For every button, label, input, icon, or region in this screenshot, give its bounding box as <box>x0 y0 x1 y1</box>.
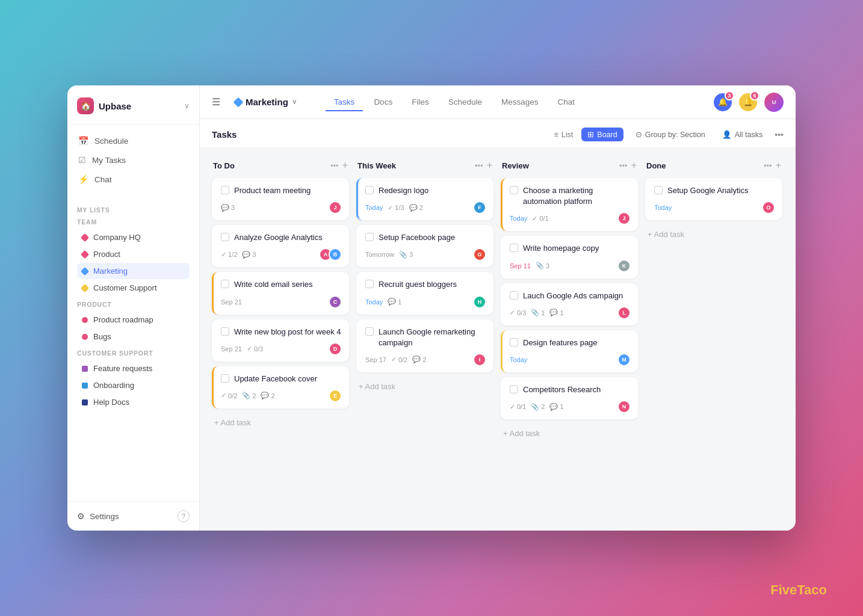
tab-chat[interactable]: Chat <box>549 94 583 111</box>
sidebar-item-company-hq[interactable]: Company HQ <box>77 229 190 245</box>
task-card-tw1[interactable]: Redesign logo Today ✓ 1/3 💬 2 F <box>356 178 493 220</box>
column-todo: To Do ••• + Product team meeting 💬 3 J A… <box>212 158 349 521</box>
hamburger-menu[interactable]: ☰ <box>212 96 220 108</box>
task-checkbox-d1[interactable] <box>654 186 663 194</box>
task-card-tw2[interactable]: Setup Facebook page Tomorrow 📎 3 G <box>356 225 493 267</box>
task-checkbox-t1[interactable] <box>221 186 229 194</box>
task-checkbox-r4[interactable] <box>510 338 518 346</box>
task-date-r2: Sep 11 <box>510 262 531 270</box>
task-footer-tw4: Sep 17 ✓ 0/2 💬 2 I <box>365 353 486 366</box>
all-tasks-button[interactable]: 👤 All tasks <box>717 128 768 141</box>
feature-requests-icon <box>82 366 88 372</box>
sidebar-item-feature-requests[interactable]: Feature requests <box>77 360 190 377</box>
sidebar-item-product-roadmap[interactable]: Product roadmap <box>77 312 190 328</box>
task-checkbox-r3[interactable] <box>510 291 518 300</box>
list-view-button[interactable]: ≡ List <box>548 128 580 141</box>
sidebar-logo[interactable]: 🏠 Upbase <box>77 97 131 114</box>
task-meta-group-t5: ✓ 0/2 📎 2 💬 2 <box>221 392 275 399</box>
task-checkbox-r2[interactable] <box>510 244 518 252</box>
task-checkbox-t5[interactable] <box>221 374 229 383</box>
column-more-this-week[interactable]: ••• <box>475 161 483 170</box>
task-avatar-t1-0: J <box>329 201 342 214</box>
task-checkbox-r5[interactable] <box>510 385 518 393</box>
column-add-todo[interactable]: + <box>342 160 348 171</box>
task-card-r5[interactable]: Competitors Research ✓ 0/1 📎 2 💬 1 N <box>501 377 638 419</box>
task-footer-t3: Sep 21 C <box>221 295 342 309</box>
task-checkbox-r1[interactable] <box>510 186 518 194</box>
task-checkbox-tw2[interactable] <box>365 233 374 241</box>
sidebar-collapse-button[interactable]: ∨ <box>184 102 190 110</box>
sidebar-item-bugs[interactable]: Bugs <box>77 328 190 345</box>
logo-icon: 🏠 <box>77 97 94 114</box>
more-options-button[interactable]: ••• <box>775 130 784 140</box>
board-view-button[interactable]: ⊞ Board <box>581 128 623 141</box>
nav-item-my-tasks[interactable]: ☑ My Tasks <box>72 151 194 169</box>
task-card-r3[interactable]: Lauch Google Ads campaign ✓ 0/3 📎 1 💬 1 … <box>501 283 638 325</box>
notification-bell-1[interactable]: 🔔 3 <box>714 93 732 111</box>
column-add-review[interactable]: + <box>631 160 637 171</box>
task-card-r2[interactable]: Write homepage copy Sep 11 📎 3 K <box>501 236 638 278</box>
tab-files[interactable]: Files <box>403 94 438 111</box>
task-header-r1: Choose a marketing automation platform <box>510 185 631 207</box>
column-more-done[interactable]: ••• <box>764 161 772 170</box>
product-section-label: PRODUCT <box>77 301 190 308</box>
task-card-r1[interactable]: Choose a marketing automation platform T… <box>501 178 638 231</box>
group-by-button[interactable]: ⊙ Group by: Section <box>631 128 710 141</box>
task-card-t2[interactable]: Analyze Google Analytics ✓ 1/2 💬 3 A B <box>212 225 349 267</box>
task-checkbox-t4[interactable] <box>221 327 229 336</box>
task-card-tw3[interactable]: Recruit guest bloggers Today 💬 1 H <box>356 272 493 314</box>
task-card-r4[interactable]: Design features page Today M <box>501 330 638 372</box>
notification-bell-2[interactable]: 🔔 6 <box>739 93 757 111</box>
sidebar-item-customer-support[interactable]: Customer Support <box>77 280 190 296</box>
meta-icon-t5-1: 📎 <box>242 392 250 399</box>
tab-tasks[interactable]: Tasks <box>326 94 363 111</box>
task-header-r5: Competitors Research <box>510 384 631 395</box>
product-icon <box>81 250 89 258</box>
column-actions-done: ••• + <box>764 160 781 171</box>
project-name[interactable]: Marketing ∨ <box>235 97 297 107</box>
nav-item-chat[interactable]: ⚡ Chat <box>72 170 194 188</box>
column-add-this-week[interactable]: + <box>487 160 492 171</box>
sidebar-item-onboarding[interactable]: Onboarding <box>77 377 190 393</box>
sidebar-item-help-docs[interactable]: Help Docs <box>77 394 190 410</box>
task-avatars-r2: K <box>617 259 631 273</box>
task-card-d1[interactable]: Setup Google Analytics Today O <box>645 178 782 220</box>
add-task-this-week[interactable]: + Add task <box>356 377 493 396</box>
task-checkbox-t2[interactable] <box>221 233 229 241</box>
task-checkbox-tw1[interactable] <box>365 186 374 194</box>
task-card-t3[interactable]: Write cold email series Sep 21 C <box>212 272 349 314</box>
task-checkbox-tw3[interactable] <box>365 280 374 288</box>
meta-icon-t2-1: 💬 <box>242 251 250 259</box>
my-lists-section: My Lists TEAM Company HQ Product Marketi… <box>67 197 199 413</box>
add-task-todo[interactable]: + Add task <box>212 413 349 432</box>
task-card-t1[interactable]: Product team meeting 💬 3 J <box>212 178 349 220</box>
task-footer-t1: 💬 3 J <box>221 201 342 214</box>
task-checkbox-t3[interactable] <box>221 280 229 288</box>
add-task-done[interactable]: + Add task <box>645 225 782 244</box>
tab-docs[interactable]: Docs <box>365 94 401 111</box>
tab-schedule[interactable]: Schedule <box>440 94 490 111</box>
all-tasks-icon: 👤 <box>722 130 732 139</box>
meta-icon-tw2-0: 📎 <box>399 251 407 259</box>
main-content: ☰ Marketing ∨ Tasks Docs Files Schedule … <box>200 85 796 531</box>
add-task-review[interactable]: + Add task <box>501 424 638 443</box>
settings-button[interactable]: ⚙ Settings <box>77 511 119 521</box>
task-card-t5[interactable]: Update Facebook cover ✓ 0/2 📎 2 💬 2 E <box>212 366 349 408</box>
view-toggle: ≡ List ⊞ Board <box>548 128 623 141</box>
column-more-todo[interactable]: ••• <box>330 161 339 170</box>
sidebar-item-product[interactable]: Product <box>77 246 190 262</box>
task-card-tw4[interactable]: Launch Google remarketing campaign Sep 1… <box>356 319 493 372</box>
sidebar-item-marketing[interactable]: Marketing <box>77 263 190 279</box>
sidebar-nav: 📅 Schedule ☑ My Tasks ⚡ Chat <box>67 125 199 197</box>
user-avatar[interactable]: U <box>764 93 784 112</box>
help-button[interactable]: ? <box>178 510 190 522</box>
task-title-t5: Update Facebook cover <box>234 374 342 384</box>
task-card-t4[interactable]: Write new blog post for week 4 Sep 21 ✓ … <box>212 319 349 362</box>
task-meta-group-t3: Sep 21 <box>221 298 242 306</box>
tab-messages[interactable]: Messages <box>493 94 547 111</box>
column-add-done[interactable]: + <box>776 160 781 171</box>
task-checkbox-tw4[interactable] <box>365 327 374 336</box>
column-more-review[interactable]: ••• <box>619 161 628 170</box>
nav-item-schedule[interactable]: 📅 Schedule <box>72 132 194 150</box>
sidebar-header: 🏠 Upbase ∨ <box>67 85 199 125</box>
